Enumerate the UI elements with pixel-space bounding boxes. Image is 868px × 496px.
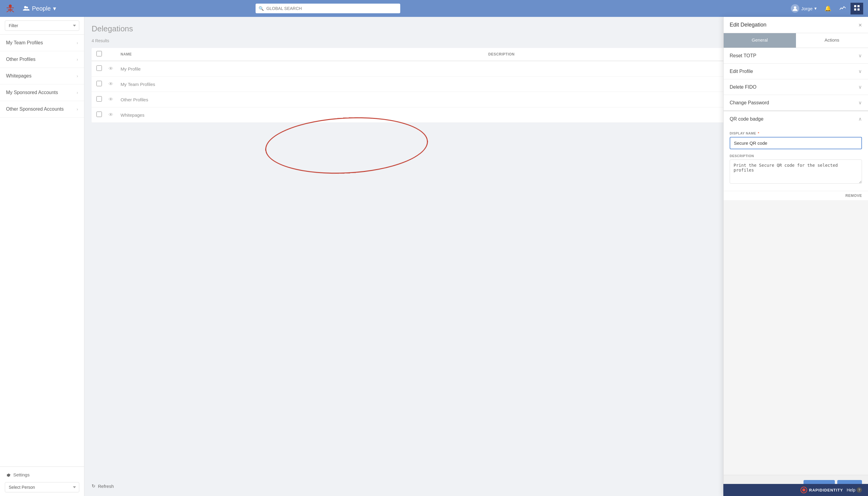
sidebar-item-label: Other Profiles — [6, 57, 35, 62]
accordion-change-password: Change Password ∨ — [724, 95, 868, 111]
sidebar-item-label: My Team Profiles — [6, 40, 43, 46]
panel-body: Reset TOTP ∨ Edit Profile ∨ Delete FIDO … — [724, 48, 868, 475]
filter-select[interactable]: Filter — [5, 20, 79, 31]
description-label: DESCRIPTION — [730, 154, 862, 158]
accordion-header-change-password[interactable]: Change Password ∨ — [724, 95, 868, 110]
select-person-dropdown[interactable]: Select Person — [5, 482, 79, 492]
row-checkbox[interactable] — [96, 65, 102, 71]
svg-point-6 — [794, 6, 796, 9]
app-logo — [5, 3, 16, 14]
sidebar-item-my-sponsored-accounts[interactable]: My Sponsored Accounts › — [0, 84, 84, 101]
analytics-button[interactable] — [836, 3, 849, 14]
help-button[interactable]: Help ? — [847, 487, 862, 493]
tab-general[interactable]: General — [724, 33, 796, 48]
select-person-select[interactable]: Select Person — [5, 482, 79, 492]
qr-code-badge-label: QR code badge — [730, 117, 763, 122]
rapididentity-logo: RAPIDIDENTITY — [800, 486, 843, 494]
eye-icon[interactable]: 👁 — [109, 97, 121, 102]
row-checkbox[interactable] — [96, 96, 102, 102]
grid-button[interactable] — [851, 3, 863, 14]
accordion-header-edit-profile[interactable]: Edit Profile ∨ — [724, 64, 868, 79]
row-name: Whitepages — [121, 112, 488, 118]
accordion-label: Edit Profile — [730, 69, 753, 74]
display-name-input[interactable] — [730, 137, 862, 149]
logo-text: RAPIDIDENTITY — [809, 488, 843, 492]
chevron-right-icon: › — [77, 90, 78, 95]
global-search[interactable]: 🔍 — [256, 4, 400, 13]
edit-delegation-panel: Edit Delegation × General Actions Reset … — [723, 17, 868, 496]
nav-right-actions: Jorge ▾ 🔔 — [788, 2, 863, 14]
bottom-bar: RAPIDIDENTITY Help ? — [723, 484, 868, 496]
people-dropdown-arrow[interactable]: ▾ — [53, 5, 56, 12]
accordion-label: Delete FIDO — [730, 84, 757, 90]
sidebar-item-label: Other Sponsored Accounts — [6, 106, 64, 112]
accordion-header-delete-fido[interactable]: Delete FIDO ∨ — [724, 79, 868, 95]
sidebar-item-other-sponsored-accounts[interactable]: Other Sponsored Accounts › — [0, 101, 84, 118]
eye-icon[interactable]: 👁 — [109, 81, 121, 87]
user-menu[interactable]: Jorge ▾ — [788, 2, 820, 14]
chevron-down-icon: ∨ — [858, 53, 862, 59]
people-label: People — [32, 5, 51, 12]
sidebar-item-other-profiles[interactable]: Other Profiles › — [0, 51, 84, 68]
qr-code-badge-content: DISPLAY NAME * DESCRIPTION Print the Sec… — [724, 131, 868, 191]
sidebar-filter[interactable]: Filter — [0, 17, 84, 35]
qr-code-badge-header[interactable]: QR code badge ∧ — [724, 111, 868, 127]
chevron-right-icon: › — [77, 57, 78, 62]
search-icon: 🔍 — [258, 6, 264, 11]
refresh-button[interactable]: ↻ Refresh — [92, 483, 114, 489]
row-checkbox[interactable] — [96, 81, 102, 86]
settings-label: Settings — [13, 472, 30, 477]
accordion-reset-totp: Reset TOTP ∨ — [724, 48, 868, 64]
required-indicator: * — [758, 131, 759, 135]
eye-icon[interactable]: 👁 — [109, 112, 121, 118]
svg-rect-10 — [857, 9, 859, 11]
eye-icon[interactable]: 👁 — [109, 66, 121, 72]
refresh-label: Refresh — [98, 484, 114, 489]
qr-code-badge-section: QR code badge ∧ DISPLAY NAME * DESCRIPTI… — [724, 111, 868, 200]
sidebar-item-my-team-profiles[interactable]: My Team Profiles › — [0, 35, 84, 51]
chevron-up-icon: ∧ — [858, 116, 862, 122]
chevron-down-icon: ∨ — [858, 100, 862, 106]
svg-rect-8 — [857, 5, 859, 7]
remove-link[interactable]: REMOVE — [724, 191, 868, 200]
user-avatar — [791, 4, 799, 13]
row-name: My Profile — [121, 66, 488, 72]
search-input[interactable] — [256, 4, 400, 13]
settings-link[interactable]: Settings — [5, 470, 79, 479]
chevron-down-icon: ∨ — [858, 68, 862, 74]
sidebar-item-whitepages[interactable]: Whitepages › — [0, 68, 84, 84]
refresh-area: ↻ Refresh — [92, 483, 114, 489]
row-checkbox[interactable] — [96, 111, 102, 117]
sidebar-bottom: Settings Select Person — [0, 466, 84, 496]
description-textarea[interactable]: Print the Secure QR code for the selecte… — [730, 159, 862, 184]
people-nav-button[interactable]: People ▾ — [19, 3, 60, 14]
svg-line-4 — [6, 10, 10, 12]
accordion-delete-fido: Delete FIDO ∨ — [724, 79, 868, 95]
row-name: Other Profiles — [121, 97, 488, 102]
sidebar-item-label: My Sponsored Accounts — [6, 90, 58, 95]
svg-rect-9 — [854, 9, 856, 11]
chevron-down-icon: ∨ — [858, 84, 862, 90]
help-icon: ? — [856, 487, 862, 493]
name-column-header: NAME — [121, 52, 488, 57]
svg-point-0 — [9, 4, 12, 7]
refresh-icon: ↻ — [92, 483, 96, 489]
layout: Filter My Team Profiles › Other Profiles… — [0, 17, 868, 496]
select-all-checkbox[interactable] — [96, 51, 102, 57]
user-name: Jorge — [801, 6, 812, 11]
accordion-edit-profile: Edit Profile ∨ — [724, 64, 868, 79]
accordion-label: Change Password — [730, 100, 769, 106]
display-name-label: DISPLAY NAME * — [730, 131, 862, 135]
accordion-header-reset-totp[interactable]: Reset TOTP ∨ — [724, 48, 868, 63]
sidebar-nav: My Team Profiles › Other Profiles › Whit… — [0, 35, 84, 466]
user-dropdown-arrow: ▾ — [814, 6, 817, 11]
panel-header: Edit Delegation × — [724, 17, 868, 33]
sidebar-item-label: Whitepages — [6, 73, 32, 79]
close-button[interactable]: × — [858, 22, 862, 28]
chevron-right-icon: › — [77, 107, 78, 111]
tab-actions[interactable]: Actions — [796, 33, 868, 48]
panel-title: Edit Delegation — [730, 22, 767, 28]
svg-line-5 — [10, 10, 14, 12]
chevron-right-icon: › — [77, 74, 78, 78]
notifications-button[interactable]: 🔔 — [821, 3, 835, 14]
